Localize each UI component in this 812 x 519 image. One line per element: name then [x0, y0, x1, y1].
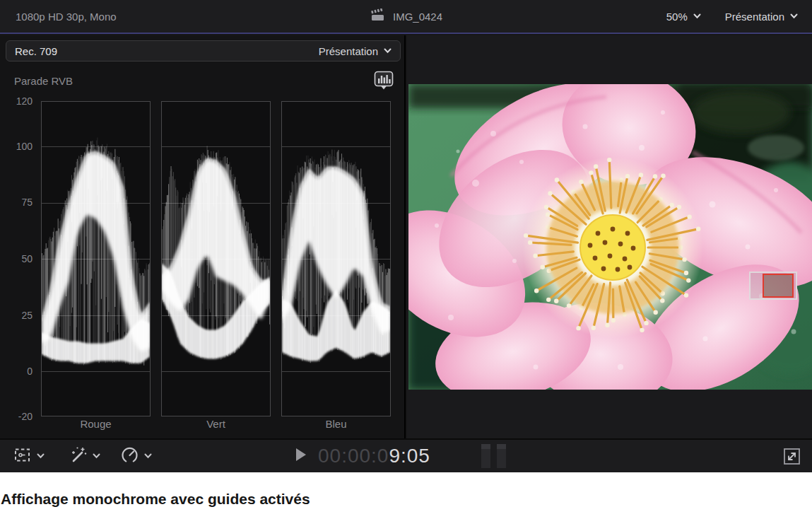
screenshot-stage: 1080p HD 30p, Mono — [0, 0, 812, 519]
figure-caption: Affichage monochrome avec guides activés — [1, 491, 310, 508]
y-tick-50: 50 — [4, 254, 33, 264]
scope-name-label: Parade RVB — [14, 75, 73, 87]
y-tick-neg20: -20 — [4, 412, 33, 421]
y-tick-25: 25 — [4, 310, 33, 320]
timecode-display[interactable]: 00:00:09:05 — [318, 445, 430, 467]
channel-label-green: Vert — [161, 418, 271, 430]
scope-header-bar: Rec. 709 Présentation — [6, 40, 401, 62]
chevron-down-icon[interactable] — [93, 453, 100, 459]
y-tick-75: 75 — [4, 197, 33, 207]
chevron-down-icon[interactable] — [37, 453, 45, 459]
waveform-blue-panel — [281, 101, 391, 416]
chevron-down-icon — [384, 48, 392, 54]
timecode-current: 9:05 — [389, 445, 430, 467]
fullscreen-icon — [782, 456, 801, 468]
video-frame-lotus — [408, 84, 812, 390]
transform-menu-button[interactable] — [13, 445, 32, 467]
viewer-menus: 50% Présentation — [666, 0, 798, 33]
chevron-down-icon — [790, 13, 798, 19]
viewer-toolbar: 00:00:09:05 — [0, 438, 812, 472]
channel-label-red: Rouge — [41, 418, 151, 430]
clapperboard-icon — [370, 8, 385, 24]
range-guide-inner-red — [763, 274, 794, 298]
viewer-top-bar: 1080p HD 30p, Mono — [0, 0, 812, 34]
video-scopes-panel: Rec. 709 Présentation Parade RVB — [0, 35, 406, 438]
histogram-icon — [372, 83, 395, 95]
chevron-down-icon[interactable] — [144, 453, 152, 459]
zoom-level-menu[interactable]: 50% — [666, 11, 701, 23]
waveform-red-panel — [41, 101, 151, 416]
scope-settings-button[interactable] — [372, 69, 395, 93]
waveform-green-panel — [161, 101, 271, 416]
clip-format-label: 1080p HD 30p, Mono — [16, 0, 117, 33]
app-window: 1080p HD 30p, Mono — [0, 0, 812, 472]
range-guide-overlay[interactable] — [749, 272, 797, 300]
y-tick-120: 120 — [4, 96, 33, 106]
clip-title-group: IMG_0424 — [370, 0, 442, 33]
viewer-panel — [407, 35, 812, 438]
chevron-down-icon — [693, 13, 701, 19]
colorspace-label: Rec. 709 — [15, 45, 57, 57]
audio-meters[interactable] — [481, 444, 506, 468]
presentation-menu[interactable]: Présentation — [725, 11, 798, 23]
retime-icon[interactable] — [120, 445, 139, 467]
audio-meter-right — [497, 444, 506, 468]
y-tick-100: 100 — [4, 141, 33, 151]
timecode-dim: 00:00:0 — [318, 445, 389, 467]
fullscreen-button[interactable] — [782, 447, 801, 466]
scope-presentation-menu[interactable]: Présentation — [319, 45, 392, 57]
channel-label-blue: Bleu — [281, 418, 391, 430]
wand-icon[interactable] — [67, 445, 88, 468]
play-icon[interactable] — [295, 448, 307, 465]
audio-meter-left — [481, 444, 490, 468]
clip-name-label: IMG_0424 — [393, 11, 442, 23]
y-tick-0: 0 — [4, 366, 33, 376]
